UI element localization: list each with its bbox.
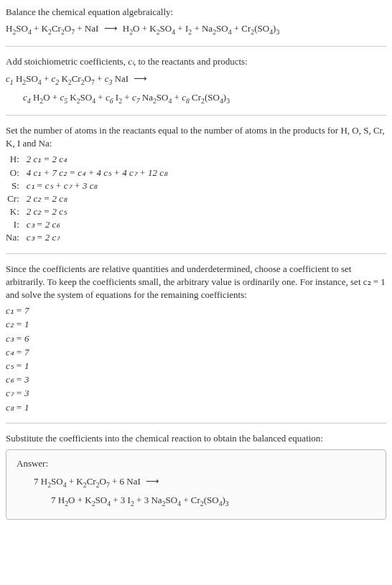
arrow-icon: ⟶ <box>146 476 159 487</box>
atom-row: H: 2 c₁ = 2 c₄ <box>6 153 167 166</box>
atom-equation: c₁ = c₅ + c₇ + 3 c₈ <box>27 179 167 192</box>
coef-line: c₂ = 1 <box>6 318 386 331</box>
atom-equation: 2 c₂ = 2 c₅ <box>27 205 167 218</box>
atom-equation: 2 c₁ = 2 c₄ <box>27 153 167 166</box>
atom-row: I: c₃ = 2 c₆ <box>6 218 167 231</box>
coef-line: c₈ = 1 <box>6 401 386 414</box>
substitute-text: Substitute the coefficients into the che… <box>6 432 386 445</box>
stoich-equation-line2: c4 H2O + c5 K2SO4 + c6 I2 + c7 Na2SO4 + … <box>6 90 386 106</box>
coef-line: c₁ = 7 <box>6 304 386 317</box>
atom-equation: c₃ = 2 c₆ <box>27 218 167 231</box>
unbalanced-equation: H2SO4 + K2Cr2O7 + NaI ⟶ H2O + K2SO4 + I2… <box>6 22 386 37</box>
atoms-intro: Set the number of atoms in the reactants… <box>6 124 386 150</box>
coef-line: c₅ = 1 <box>6 360 386 373</box>
divider <box>6 423 386 423</box>
coef-line: c₃ = 6 <box>6 332 386 345</box>
atom-equations-table: H: 2 c₁ = 2 c₄ O: 4 c₁ + 7 c₂ = c₄ + 4 c… <box>6 153 167 244</box>
answer-box: Answer: 7 H2SO4 + K2Cr2O7 + 6 NaI ⟶ 7 H2… <box>6 449 386 520</box>
underdetermined-text: Since the coefficients are relative quan… <box>6 263 386 302</box>
substitute-section: Substitute the coefficients into the che… <box>6 432 386 520</box>
atom-row: O: 4 c₁ + 7 c₂ = c₄ + 4 c₅ + 4 c₇ + 12 c… <box>6 167 167 179</box>
coefficient-list: c₁ = 7 c₂ = 1 c₃ = 6 c₄ = 7 c₅ = 1 c₆ = … <box>6 304 386 414</box>
divider <box>6 46 386 47</box>
stoich-section: Add stoichiometric coefficients, cᵢ, to … <box>6 55 386 106</box>
ci-symbol: cᵢ <box>128 56 134 67</box>
coef-line: c₆ = 3 <box>6 373 386 386</box>
answer-equation-line1: 7 H2SO4 + K2Cr2O7 + 6 NaI ⟶ <box>17 474 375 490</box>
intro-text: Balance the chemical equation algebraica… <box>6 6 386 19</box>
atom-label: K: <box>6 205 27 218</box>
atom-label: S: <box>6 179 27 192</box>
atom-label: O: <box>6 167 27 179</box>
atom-row: S: c₁ = c₅ + c₇ + 3 c₈ <box>6 179 167 192</box>
intro-section: Balance the chemical equation algebraica… <box>6 6 386 37</box>
divider <box>6 253 386 254</box>
atom-equation: 2 c₂ = 2 c₈ <box>27 192 167 205</box>
coef-line: c₄ = 7 <box>6 346 386 359</box>
atom-row: Na: c₃ = 2 c₇ <box>6 231 167 244</box>
stoich-text: Add stoichiometric coefficients, cᵢ, to … <box>6 55 386 68</box>
atom-label: Na: <box>6 231 27 244</box>
atom-label: Cr: <box>6 192 27 205</box>
atom-label: I: <box>6 218 27 231</box>
atoms-section: Set the number of atoms in the reactants… <box>6 124 386 245</box>
atom-equation: 4 c₁ + 7 c₂ = c₄ + 4 c₅ + 4 c₇ + 12 c₈ <box>27 167 167 179</box>
atom-label: H: <box>6 153 27 166</box>
stoich-equation-line1: c1 H2SO4 + c2 K2Cr2O7 + c3 NaI ⟶ <box>6 72 386 88</box>
coef-line: c₇ = 3 <box>6 387 386 400</box>
atom-row: Cr: 2 c₂ = 2 c₈ <box>6 192 167 205</box>
arrow-icon: ⟶ <box>134 73 147 84</box>
answer-title: Answer: <box>17 457 375 470</box>
divider <box>6 115 386 116</box>
atom-equation: c₃ = 2 c₇ <box>27 231 167 244</box>
atom-row: K: 2 c₂ = 2 c₅ <box>6 205 167 218</box>
underdetermined-section: Since the coefficients are relative quan… <box>6 263 386 414</box>
answer-equation-line2: 7 H2O + K2SO4 + 3 I2 + 3 Na2SO4 + Cr2(SO… <box>17 493 375 509</box>
arrow-icon: ⟶ <box>104 23 118 34</box>
